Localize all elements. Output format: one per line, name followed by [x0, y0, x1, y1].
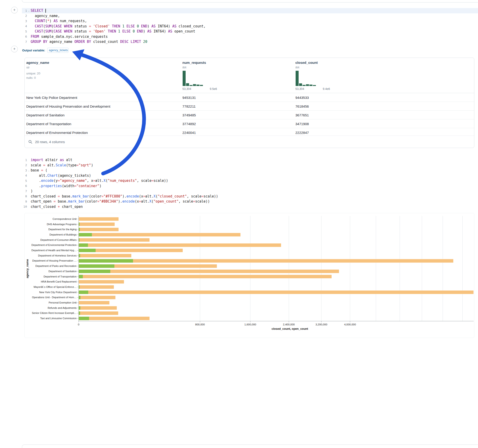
add-cell-button[interactable]: +: [11, 46, 18, 52]
previous-cell-border: [22, 0, 478, 3]
code-line[interactable]: 3⌄base = (: [22, 168, 478, 173]
y-axis-label: Department of Consumer Affairs: [40, 238, 76, 241]
bar-closed[interactable]: [79, 259, 453, 262]
bar-chart-output[interactable]: Correspondence UnitDHS Advantage Program…: [25, 213, 474, 338]
search-icon[interactable]: [28, 140, 32, 144]
line-number: 5: [22, 30, 27, 33]
bar-closed[interactable]: [79, 280, 124, 283]
y-axis-label: Mayorâ€ s Office of Special Enforce…: [34, 286, 76, 288]
bar-open[interactable]: [79, 317, 89, 320]
code-line[interactable]: 6FROM sample_data.nyc.service_requests: [22, 34, 478, 39]
bar-closed[interactable]: [79, 285, 114, 289]
code-token: altair: [43, 158, 60, 162]
bar-closed[interactable]: [79, 306, 117, 310]
bar-closed[interactable]: [79, 233, 240, 236]
bar-open[interactable]: [79, 291, 88, 294]
output-variable-pill[interactable]: agency_tickets: [47, 48, 69, 53]
code-token: CASE: [53, 24, 62, 28]
code-line[interactable]: 7): [22, 188, 478, 194]
table-row[interactable]: Department of Transportation377489234719…: [25, 119, 474, 128]
table-cell: 9453131: [182, 95, 196, 99]
code-line[interactable]: 10chart_closed + chart_open: [22, 204, 478, 210]
line-number: 9: [22, 200, 27, 203]
code-line[interactable]: 2 agency_name,: [22, 13, 478, 19]
bar-open[interactable]: [79, 238, 80, 242]
table-header: agency_namestrunique: 20nulls: 0num_requ…: [25, 58, 474, 93]
code-line[interactable]: 1import altair as alt: [22, 157, 478, 163]
code-token: [31, 29, 35, 33]
code-token: [62, 24, 64, 28]
bar-open[interactable]: [79, 233, 92, 236]
bar-closed[interactable]: [79, 301, 110, 305]
bar-open[interactable]: [79, 223, 80, 226]
bar-closed[interactable]: [79, 311, 118, 315]
bar-closed[interactable]: [79, 243, 281, 247]
code-line[interactable]: 9chart_open = base.mark_bar(color="#8BC3…: [22, 199, 478, 204]
bar-open[interactable]: [79, 243, 88, 247]
code-token: INT64): [156, 24, 172, 28]
code-text: base = (: [31, 168, 47, 172]
code-token: ELSE: [122, 29, 131, 33]
notebook-page: + + 1⌄SELECT 2 agency_name,3 COUNT(*) AS…: [0, 0, 478, 448]
table-row[interactable]: Department of Sanitation37494853677651: [25, 110, 474, 119]
table-cell: Department of Housing Preservation and D…: [26, 104, 110, 108]
bar-open[interactable]: [79, 249, 96, 252]
bar-closed[interactable]: [79, 270, 339, 273]
code-token: agency_name,: [31, 14, 60, 18]
y-axis-label: Operations Unit - Department of Hom…: [32, 296, 76, 299]
code-line[interactable]: 4 alt.Chart(agency_tickets): [22, 173, 478, 178]
code-token: scale)): [204, 194, 218, 199]
code-token: GROUP BY: [31, 40, 47, 44]
bar-open[interactable]: [79, 254, 80, 257]
code-token: scale)): [195, 199, 210, 204]
code-line[interactable]: 5 .encode(y="agency_name", x=alt.X("num_…: [22, 178, 478, 183]
bar-closed[interactable]: [79, 238, 150, 242]
bar-closed[interactable]: [79, 296, 115, 299]
y-axis-label: Refunds and Adjustments: [48, 306, 77, 309]
bar-closed[interactable]: [79, 291, 474, 294]
code-token: =: [89, 24, 91, 28]
y-axis-label: Personal Exemption Unit: [49, 301, 76, 304]
bar-open[interactable]: [79, 259, 133, 262]
code-line[interactable]: 4 CAST(SUM(CASE WHEN status = 'Closed' T…: [22, 24, 478, 29]
code-line[interactable]: 5 CAST(SUM(CASE WHEN status = 'Open' THE…: [22, 29, 478, 34]
code-token: (: [43, 24, 45, 28]
bar-closed[interactable]: [79, 228, 119, 231]
column-stat: unique: 20: [26, 72, 40, 75]
table-row[interactable]: New York City Police Department945313194…: [25, 93, 474, 102]
table-column-header: closed_counti6453,3049.4e6: [295, 58, 388, 93]
add-cell-button[interactable]: +: [11, 7, 18, 13]
code-line[interactable]: 6 .properties(width="container"): [22, 183, 478, 189]
bar-open[interactable]: [79, 264, 115, 268]
code-token: INT64): [151, 29, 168, 33]
x-axis-label: 1,600,000: [245, 323, 256, 326]
bar-open[interactable]: [79, 285, 80, 289]
code-line[interactable]: 2scale = alt.Scale(type="sqrt"): [22, 163, 478, 168]
bar-closed[interactable]: [79, 275, 332, 278]
code-line[interactable]: 3 COUNT(*) AS num_requests,: [22, 19, 478, 24]
code-line[interactable]: 1⌄SELECT: [22, 8, 478, 13]
code-token: (type: [66, 163, 76, 167]
next-cell-border: [22, 445, 478, 448]
code-line[interactable]: 8chart_closed = base.mark_bar(color="#FF…: [22, 194, 478, 199]
bar-closed[interactable]: [79, 317, 150, 320]
bar-open[interactable]: [79, 296, 81, 299]
bar-closed[interactable]: [79, 223, 115, 226]
bar-open[interactable]: [79, 270, 110, 273]
y-axis-label: Department of Health and Mental Hyg…: [31, 249, 76, 252]
bar-open[interactable]: [79, 228, 80, 231]
bar-closed[interactable]: [79, 254, 132, 257]
code-token: [91, 24, 93, 28]
code-token: "container": [76, 184, 99, 188]
bar-closed[interactable]: [79, 217, 119, 221]
code-line[interactable]: 7GROUP BY agency_name ORDER BY closed_co…: [22, 39, 478, 44]
bar-open[interactable]: [79, 275, 83, 278]
code-token: alt.: [95, 179, 104, 183]
bar-open[interactable]: [79, 306, 81, 310]
code-token: =: [201, 194, 204, 199]
sql-code-editor[interactable]: 1⌄SELECT 2 agency_name,3 COUNT(*) AS num…: [22, 8, 478, 44]
python-code-editor[interactable]: 1import altair as alt2scale = alt.Scale(…: [22, 157, 478, 209]
bar-open[interactable]: [79, 311, 80, 315]
code-token: 0: [133, 29, 135, 33]
table-row[interactable]: Department of Housing Preservation and D…: [25, 102, 474, 110]
